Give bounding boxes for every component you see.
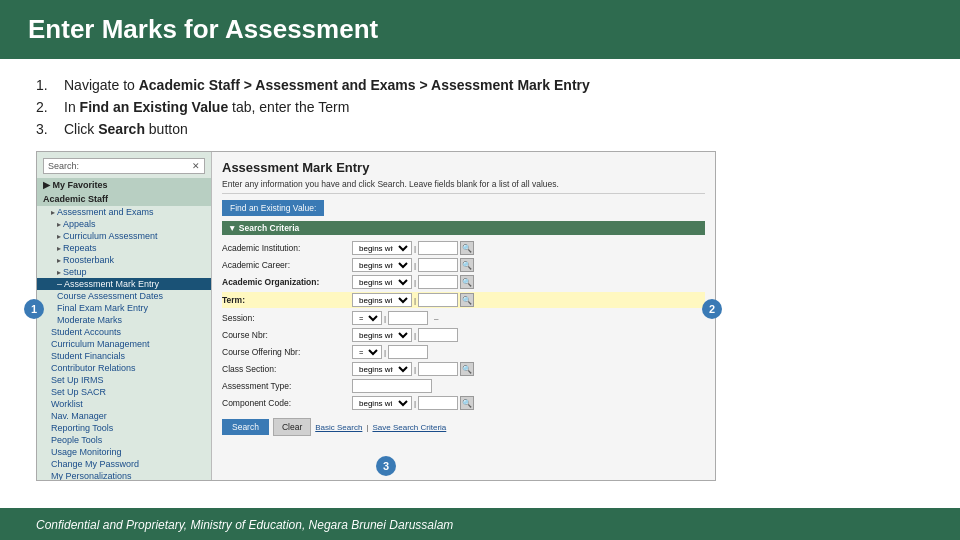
sidebar-item-roosterbank[interactable]: ▸ Roosterbank: [37, 254, 211, 266]
input-class-section[interactable]: [418, 362, 458, 376]
select-session[interactable]: =: [352, 311, 382, 325]
select-course-nbr[interactable]: begins with: [352, 328, 412, 342]
select-course-offering[interactable]: =: [352, 345, 382, 359]
search-btn-component-code[interactable]: 🔍: [460, 396, 474, 410]
sidebar-item-curriculum-mgmt[interactable]: Curriculum Management: [37, 338, 211, 350]
select-career[interactable]: begins with: [352, 258, 412, 272]
sidebar-label-nav-manager: Nav. Manager: [51, 411, 107, 421]
input-course-nbr[interactable]: [418, 328, 458, 342]
sidebar-label-repeats: Repeats: [63, 243, 97, 253]
search-button[interactable]: Search: [222, 419, 269, 435]
input-assessment-type[interactable]: [352, 379, 432, 393]
sidebar-item-worklist[interactable]: Worklist: [37, 398, 211, 410]
search-btn-term[interactable]: 🔍: [460, 293, 474, 307]
sidebar-label-people-tools: People Tools: [51, 435, 102, 445]
controls-course-offering: = |: [352, 345, 428, 359]
label-career: Academic Career:: [222, 260, 352, 270]
panel-desc: Enter any information you have and click…: [222, 179, 705, 194]
sidebar-item-sacr[interactable]: Set Up SACR: [37, 386, 211, 398]
label-term: Term:: [222, 295, 352, 305]
label-course-offering: Course Offering Nbr:: [222, 347, 352, 357]
criteria-header: ▼ Search Criteria: [222, 221, 705, 235]
input-career[interactable]: [418, 258, 458, 272]
input-component-code[interactable]: [418, 396, 458, 410]
input-term[interactable]: [418, 293, 458, 307]
sidebar-item-mark-entry[interactable]: – Assessment Mark Entry: [37, 278, 211, 290]
find-existing-value-btn[interactable]: Find an Existing Value:: [222, 200, 324, 216]
action-buttons: Search Clear Basic Search | Save Search …: [222, 418, 705, 436]
sidebar-label-appeals: Appeals: [63, 219, 96, 229]
select-institution[interactable]: begins with: [352, 241, 412, 255]
sidebar-item-assessment-exams[interactable]: ▸ Assessment and Exams: [37, 206, 211, 218]
pipe-class-section: |: [414, 365, 416, 374]
sidebar-item-curriculum[interactable]: ▸ Curriculum Assessment: [37, 230, 211, 242]
search-btn-class-section[interactable]: 🔍: [460, 362, 474, 376]
sidebar-label-contributor: Contributor Relations: [51, 363, 136, 373]
step-3: 3. Click Search button: [36, 121, 924, 137]
sidebar-item-course-dates[interactable]: Course Assessment Dates: [37, 290, 211, 302]
step-1: 1. Navigate to Academic Staff > Assessme…: [36, 77, 924, 93]
sidebar-item-setup[interactable]: ▸ Setup: [37, 266, 211, 278]
sidebar-close-icon[interactable]: ✕: [192, 161, 200, 171]
select-term[interactable]: begins wi...: [352, 293, 412, 307]
sidebar-item-reporting[interactable]: Reporting Tools: [37, 422, 211, 434]
sidebar-item-people-tools[interactable]: People Tools: [37, 434, 211, 446]
select-component-code[interactable]: begins wi...: [352, 396, 412, 410]
pipe-career: |: [414, 261, 416, 270]
sidebar-item-repeats[interactable]: ▸ Repeats: [37, 242, 211, 254]
select-class-section[interactable]: begins with: [352, 362, 412, 376]
sidebar-label-financials: Student Financials: [51, 351, 125, 361]
input-org[interactable]: [418, 275, 458, 289]
input-session[interactable]: [388, 311, 428, 325]
input-institution[interactable]: [418, 241, 458, 255]
dash-session: –: [434, 314, 438, 323]
sidebar-label-moderate: Moderate Marks: [57, 315, 122, 325]
arrow-icon: ▸: [57, 244, 61, 253]
sidebar-group-academic-staff[interactable]: Academic Staff: [37, 192, 211, 206]
search-btn-career[interactable]: 🔍: [460, 258, 474, 272]
search-btn-institution[interactable]: 🔍: [460, 241, 474, 255]
clear-button[interactable]: Clear: [273, 418, 311, 436]
footer: Confidential and Proprietary, Ministry o…: [0, 508, 960, 540]
sidebar-item-usage[interactable]: Usage Monitoring: [37, 446, 211, 458]
pipe-course-nbr: |: [414, 331, 416, 340]
sidebar-label-setup: Setup: [63, 267, 87, 277]
sidebar-label-curriculum: Curriculum Assessment: [63, 231, 158, 241]
sidebar-label-roosterbank: Roosterbank: [63, 255, 114, 265]
field-assessment-type: Assessment Type:: [222, 379, 705, 393]
save-criteria-link[interactable]: Save Search Criteria: [372, 423, 446, 432]
sidebar-search-input[interactable]: [96, 161, 176, 171]
sidebar-item-financials[interactable]: Student Financials: [37, 350, 211, 362]
sidebar-label-personalizations: My Personalizations: [51, 471, 132, 480]
search-btn-org[interactable]: 🔍: [460, 275, 474, 289]
step-text-2: In Find an Existing Value tab, enter the…: [64, 99, 349, 115]
controls-term: begins wi... | 🔍: [352, 293, 474, 307]
sidebar-label-curriculum-mgmt: Curriculum Management: [51, 339, 150, 349]
sidebar-item-contributor[interactable]: Contributor Relations: [37, 362, 211, 374]
sidebar-label-assessment-exams: Assessment and Exams: [57, 207, 154, 217]
sidebar-search-box[interactable]: Search: ✕: [43, 158, 205, 174]
sidebar-item-appeals[interactable]: ▸ Appeals: [37, 218, 211, 230]
select-org[interactable]: begins wi...: [352, 275, 412, 289]
sidebar-item-moderate[interactable]: Moderate Marks: [37, 314, 211, 326]
sidebar-group-my-favorites[interactable]: ▶ My Favorites: [37, 178, 211, 192]
footer-text: Confidential and Proprietary, Ministry o…: [36, 518, 453, 532]
step-2: 2. In Find an Existing Value tab, enter …: [36, 99, 924, 115]
sidebar-item-nav-manager[interactable]: Nav. Manager: [37, 410, 211, 422]
sidebar-item-password[interactable]: Change My Password: [37, 458, 211, 470]
sidebar-item-personalizations[interactable]: My Personalizations: [37, 470, 211, 480]
circle-2: 2: [702, 299, 722, 319]
field-course-offering: Course Offering Nbr: = |: [222, 345, 705, 359]
sidebar-label-student-accounts: Student Accounts: [51, 327, 121, 337]
sidebar-label-mark-entry: – Assessment Mark Entry: [57, 279, 159, 289]
arrow-icon: ▸: [51, 208, 55, 217]
sidebar-item-student-accounts[interactable]: Student Accounts: [37, 326, 211, 338]
sidebar-label-sacr: Set Up SACR: [51, 387, 106, 397]
sidebar-item-irms[interactable]: Set Up IRMS: [37, 374, 211, 386]
sidebar-label-final-exam: Final Exam Mark Entry: [57, 303, 148, 313]
input-course-offering[interactable]: [388, 345, 428, 359]
basic-search-link[interactable]: Basic Search: [315, 423, 362, 432]
sidebar-item-final-exam[interactable]: Final Exam Mark Entry: [37, 302, 211, 314]
arrow-icon: ▸: [57, 256, 61, 265]
field-org: Academic Organization: begins wi... | 🔍: [222, 275, 705, 289]
